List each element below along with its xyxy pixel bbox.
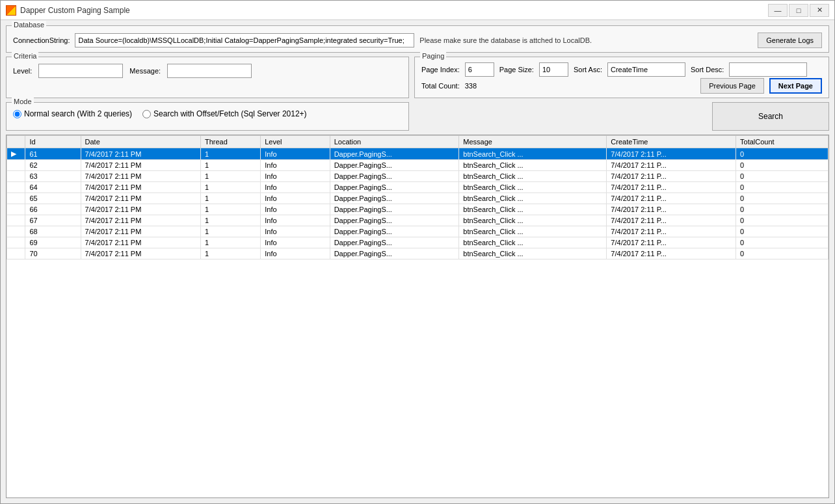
- cell-date: 7/4/2017 2:11 PM: [81, 226, 200, 237]
- cell-date: 7/4/2017 2:11 PM: [81, 171, 200, 182]
- table-row[interactable]: 637/4/2017 2:11 PM1InfoDapper.PagingS...…: [7, 171, 828, 182]
- cell-thread: 1: [200, 248, 260, 259]
- cell-date: 7/4/2017 2:11 PM: [81, 248, 200, 259]
- title-bar-controls: — □ ✕: [768, 4, 829, 17]
- cell-date: 7/4/2017 2:11 PM: [81, 237, 200, 248]
- cell-createtime: 7/4/2017 2:11 P...: [607, 182, 736, 193]
- cell-createtime: 7/4/2017 2:11 P...: [607, 237, 736, 248]
- row-indicator: [7, 215, 25, 226]
- cell-id: 67: [25, 215, 81, 226]
- cell-totalcount: 0: [736, 215, 828, 226]
- table-row[interactable]: 687/4/2017 2:11 PM1InfoDapper.PagingS...…: [7, 226, 828, 237]
- mode-options: Normal search (With 2 queries) Search wi…: [13, 109, 402, 118]
- minimize-button[interactable]: —: [768, 4, 788, 17]
- page-size-input[interactable]: [539, 62, 568, 77]
- cell-createtime: 7/4/2017 2:11 P...: [607, 215, 736, 226]
- cell-totalcount: 0: [736, 148, 828, 160]
- mode-option-1[interactable]: Normal search (With 2 queries): [13, 109, 132, 118]
- cell-id: 65: [25, 193, 81, 204]
- generate-logs-button[interactable]: Generate Logs: [758, 33, 822, 48]
- mode-group-title: Mode: [12, 98, 34, 105]
- col-header-message: Message: [459, 136, 607, 148]
- next-page-button[interactable]: Next Page: [769, 78, 822, 94]
- cell-createtime: 7/4/2017 2:11 P...: [607, 171, 736, 182]
- cell-thread: 1: [200, 204, 260, 215]
- connection-string-input[interactable]: [75, 33, 414, 47]
- cell-totalcount: 0: [736, 193, 828, 204]
- page-size-label: Page Size:: [499, 66, 534, 73]
- paging-group: Paging Page Index: Page Size: Sort Asc: …: [414, 57, 829, 98]
- database-note: Please make sure the database is attched…: [419, 36, 752, 44]
- table-row[interactable]: 677/4/2017 2:11 PM1InfoDapper.PagingS...…: [7, 215, 828, 226]
- row-indicator: ▶: [7, 148, 25, 160]
- row-indicator: [7, 193, 25, 204]
- cell-date: 7/4/2017 2:11 PM: [81, 182, 200, 193]
- cell-totalcount: 0: [736, 204, 828, 215]
- connection-label: ConnectionString:: [13, 36, 70, 44]
- cell-level: Info: [261, 160, 330, 171]
- table-row[interactable]: ▶617/4/2017 2:11 PM1InfoDapper.PagingS..…: [7, 148, 828, 160]
- cell-thread: 1: [200, 182, 260, 193]
- cell-level: Info: [261, 204, 330, 215]
- main-content: Database ConnectionString: Please make s…: [1, 20, 834, 503]
- cell-location: Dapper.PagingS...: [330, 182, 459, 193]
- cell-id: 70: [25, 248, 81, 259]
- cell-message: btnSearch_Click ...: [459, 204, 607, 215]
- table-row[interactable]: 657/4/2017 2:11 PM1InfoDapper.PagingS...…: [7, 193, 828, 204]
- mode-option-2[interactable]: Search with Offset/Fetch (Sql Server 201…: [142, 109, 307, 118]
- mode-radio-2[interactable]: [142, 110, 151, 118]
- cell-message: btnSearch_Click ...: [459, 237, 607, 248]
- level-input[interactable]: [38, 64, 123, 78]
- sort-asc-label: Sort Asc:: [574, 66, 602, 73]
- table-row[interactable]: 647/4/2017 2:11 PM1InfoDapper.PagingS...…: [7, 182, 828, 193]
- data-table-area: Id Date Thread Level Location Message Cr…: [6, 135, 829, 498]
- cell-message: btnSearch_Click ...: [459, 171, 607, 182]
- total-count-value: 338: [465, 82, 477, 90]
- cell-thread: 1: [200, 226, 260, 237]
- table-row[interactable]: 667/4/2017 2:11 PM1InfoDapper.PagingS...…: [7, 204, 828, 215]
- cell-thread: 1: [200, 193, 260, 204]
- sort-desc-input[interactable]: [729, 62, 807, 77]
- cell-level: Info: [261, 215, 330, 226]
- paging-row1: Page Index: Page Size: Sort Asc: Sort De…: [421, 62, 822, 77]
- criteria-group: Criteria Level: Message:: [6, 57, 409, 98]
- close-button[interactable]: ✕: [810, 4, 829, 17]
- table-row[interactable]: 707/4/2017 2:11 PM1InfoDapper.PagingS...…: [7, 248, 828, 259]
- previous-page-button[interactable]: Previous Page: [700, 78, 764, 94]
- cell-location: Dapper.PagingS...: [330, 237, 459, 248]
- data-table: Id Date Thread Level Location Message Cr…: [7, 135, 828, 259]
- cell-id: 62: [25, 160, 81, 171]
- mode-group: Mode Normal search (With 2 queries) Sear…: [6, 102, 409, 131]
- cell-level: Info: [261, 182, 330, 193]
- mode-label-2: Search with Offset/Fetch (Sql Server 201…: [153, 109, 307, 118]
- cell-location: Dapper.PagingS...: [330, 204, 459, 215]
- maximize-button[interactable]: □: [789, 4, 808, 17]
- cell-message: btnSearch_Click ...: [459, 226, 607, 237]
- table-row[interactable]: 627/4/2017 2:11 PM1InfoDapper.PagingS...…: [7, 160, 828, 171]
- page-index-input[interactable]: [465, 62, 494, 77]
- sort-asc-input[interactable]: [607, 62, 685, 77]
- message-label: Message:: [129, 67, 161, 75]
- search-area: Search: [414, 102, 829, 131]
- row-indicator: [7, 237, 25, 248]
- col-header-location: Location: [330, 136, 459, 148]
- criteria-fields: Level: Message:: [13, 64, 402, 78]
- message-input[interactable]: [167, 64, 252, 78]
- search-button[interactable]: Search: [712, 102, 829, 131]
- col-header-indicator: [7, 136, 25, 148]
- table-row[interactable]: 697/4/2017 2:11 PM1InfoDapper.PagingS...…: [7, 237, 828, 248]
- paging-group-title: Paging: [420, 52, 446, 60]
- mode-radio-1[interactable]: [13, 110, 21, 118]
- cell-date: 7/4/2017 2:11 PM: [81, 148, 200, 160]
- cell-totalcount: 0: [736, 237, 828, 248]
- col-header-totalcount: TotalCount: [736, 136, 828, 148]
- row-indicator: [7, 171, 25, 182]
- row-indicator: [7, 226, 25, 237]
- cell-id: 61: [25, 148, 81, 160]
- cell-date: 7/4/2017 2:11 PM: [81, 204, 200, 215]
- row-indicator: [7, 204, 25, 215]
- cell-message: btnSearch_Click ...: [459, 248, 607, 259]
- cell-thread: 1: [200, 171, 260, 182]
- cell-createtime: 7/4/2017 2:11 P...: [607, 148, 736, 160]
- level-label: Level:: [13, 67, 32, 75]
